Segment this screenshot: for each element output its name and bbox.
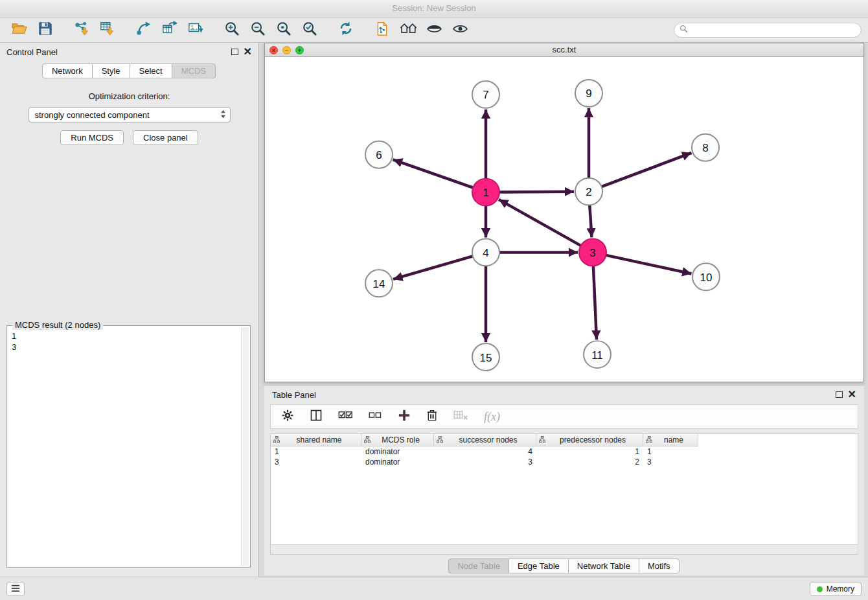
memory-label: Memory — [827, 584, 854, 594]
main-toolbar — [0, 17, 868, 43]
network-canvas[interactable]: 7968124314101511 — [265, 57, 863, 382]
half-eye-button[interactable] — [421, 19, 447, 40]
open-session-button[interactable] — [6, 19, 32, 40]
zoom-selected-button[interactable] — [297, 19, 323, 40]
show-columns-button[interactable] — [310, 409, 323, 424]
export-image-button[interactable] — [183, 19, 209, 40]
save-session-button[interactable] — [32, 19, 58, 40]
import-table-button[interactable] — [95, 19, 120, 40]
import-table-icon — [100, 21, 115, 39]
edge-3-11[interactable] — [593, 266, 597, 340]
node-11[interactable]: 11 — [584, 341, 611, 368]
delete-column-button[interactable] — [426, 409, 438, 424]
table-row[interactable]: 3dominator323 — [271, 457, 858, 467]
network-file-button[interactable] — [369, 19, 395, 40]
node-4[interactable]: 4 — [472, 238, 499, 266]
table-scrollbar[interactable] — [271, 544, 858, 554]
node-14[interactable]: 14 — [365, 270, 393, 297]
tab-style[interactable]: Style — [92, 63, 130, 78]
select-all-button[interactable] — [338, 410, 353, 424]
node-8[interactable]: 8 — [692, 134, 719, 161]
criterion-dropdown[interactable]: strongly connected component — [29, 107, 231, 122]
export-network-button[interactable] — [131, 19, 157, 40]
tab-motifs[interactable]: Motifs — [639, 559, 680, 573]
column-sort-icon — [539, 435, 545, 444]
deselect-all-button[interactable] — [369, 410, 382, 423]
maximize-window-button[interactable]: + — [295, 46, 304, 54]
svg-text:7: 7 — [483, 89, 488, 101]
create-column-button[interactable] — [398, 409, 411, 424]
edge-4-14[interactable] — [393, 256, 473, 279]
close-panel-icon[interactable]: ✕ — [244, 48, 252, 56]
edge-3-10[interactable] — [606, 255, 692, 274]
close-panel-button[interactable]: Close panel — [133, 130, 198, 145]
eye-button[interactable] — [447, 19, 473, 40]
export-table-button[interactable] — [157, 19, 183, 40]
table-cell[interactable]: dominator — [361, 446, 434, 457]
node-3[interactable]: 3 — [579, 238, 606, 266]
tab-edge-table[interactable]: Edge Table — [508, 559, 569, 573]
close-table-panel-icon[interactable]: ✕ — [848, 391, 856, 398]
search-input[interactable] — [691, 25, 856, 34]
column-header-predecessor-nodes[interactable]: predecessor nodes — [536, 434, 643, 446]
node-6[interactable]: 6 — [365, 141, 393, 168]
two-homes-button[interactable] — [395, 19, 421, 40]
table-cell[interactable]: dominator — [361, 457, 434, 467]
tab-mcds[interactable]: MCDS — [172, 63, 216, 78]
table-cell[interactable]: 3 — [643, 457, 698, 467]
task-history-button[interactable] — [6, 582, 25, 596]
tab-select[interactable]: Select — [130, 63, 172, 78]
node-9[interactable]: 9 — [575, 80, 602, 107]
node-15[interactable]: 15 — [472, 343, 499, 371]
node-table: shared nameMCDS rolesuccessor nodesprede… — [270, 433, 858, 555]
import-network-button[interactable] — [69, 19, 95, 40]
app-title: Session: New Session — [392, 3, 475, 13]
apply-layout-button[interactable] — [333, 19, 359, 40]
float-panel-icon[interactable] — [231, 49, 238, 55]
float-table-panel-icon[interactable] — [836, 391, 843, 398]
node-1[interactable]: 1 — [472, 179, 499, 206]
result-item[interactable]: 1 — [12, 330, 237, 341]
svg-text:9: 9 — [586, 87, 591, 100]
tab-node-table[interactable]: Node Table — [448, 559, 509, 573]
edge-2-3[interactable] — [589, 205, 591, 238]
run-mcds-button[interactable]: Run MCDS — [60, 130, 124, 145]
table-cell[interactable]: 1 — [643, 446, 698, 457]
edge-1-6[interactable] — [393, 159, 474, 187]
table-settings-button[interactable] — [281, 409, 294, 424]
function-builder-button[interactable]: f(x) — [484, 410, 500, 424]
table-cell[interactable]: 3 — [434, 457, 536, 467]
column-header-mcds-role[interactable]: MCDS role — [361, 434, 434, 446]
zoom-in-button[interactable] — [219, 19, 245, 40]
table-cell[interactable]: 4 — [434, 446, 536, 457]
edge-1-2[interactable] — [499, 192, 574, 192]
network-window-titlebar[interactable]: × − + scc.txt — [265, 43, 863, 57]
node-2[interactable]: 2 — [575, 178, 602, 205]
network-file-icon — [375, 21, 390, 39]
close-window-button[interactable]: × — [269, 46, 278, 54]
result-scrollbar[interactable] — [241, 327, 249, 566]
node-7[interactable]: 7 — [472, 81, 499, 108]
edge-2-8[interactable] — [602, 153, 692, 187]
table-cell[interactable]: 3 — [271, 457, 361, 467]
list-icon — [10, 583, 21, 595]
table-cell[interactable]: 1 — [271, 446, 361, 457]
zoom-out-button[interactable] — [245, 19, 271, 40]
delete-table-button[interactable] — [453, 410, 468, 424]
result-item[interactable]: 3 — [12, 341, 237, 352]
minimize-window-button[interactable]: − — [282, 46, 291, 54]
table-cell[interactable]: 2 — [536, 457, 643, 467]
memory-button[interactable]: Memory — [810, 582, 862, 596]
zoom-fit-button[interactable] — [271, 19, 297, 40]
column-header-successor-nodes[interactable]: successor nodes — [434, 434, 536, 446]
mcds-result-group: MCDS result (2 nodes) 13 — [6, 325, 251, 568]
column-header-shared-name[interactable]: shared name — [271, 434, 361, 446]
node-10[interactable]: 10 — [692, 263, 720, 290]
edge-3-1[interactable] — [499, 200, 581, 246]
tab-network[interactable]: Network — [42, 63, 93, 78]
tab-network-table[interactable]: Network Table — [568, 559, 639, 573]
table-row[interactable]: 1dominator411 — [271, 446, 858, 457]
table-cell[interactable]: 1 — [536, 446, 643, 457]
column-header-name[interactable]: name — [643, 434, 698, 446]
search-box[interactable] — [674, 23, 862, 38]
